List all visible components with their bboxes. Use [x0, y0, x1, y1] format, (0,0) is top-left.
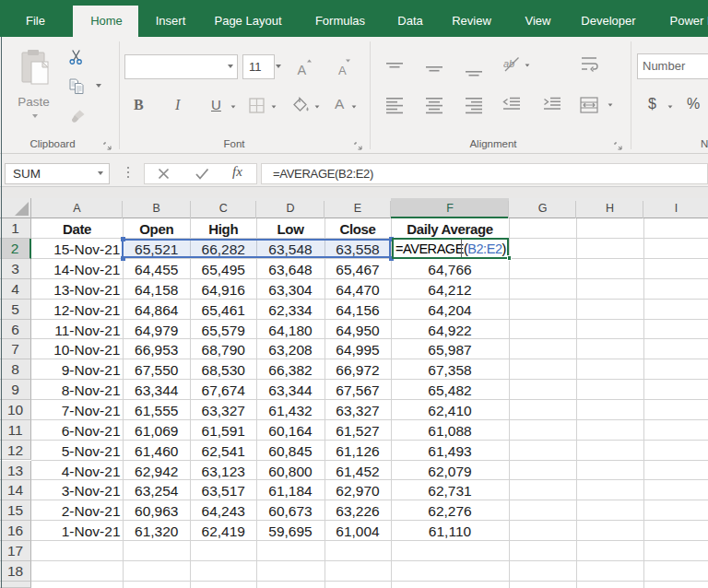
svg-text:A: A — [298, 63, 307, 77]
svg-text:A: A — [338, 64, 347, 77]
